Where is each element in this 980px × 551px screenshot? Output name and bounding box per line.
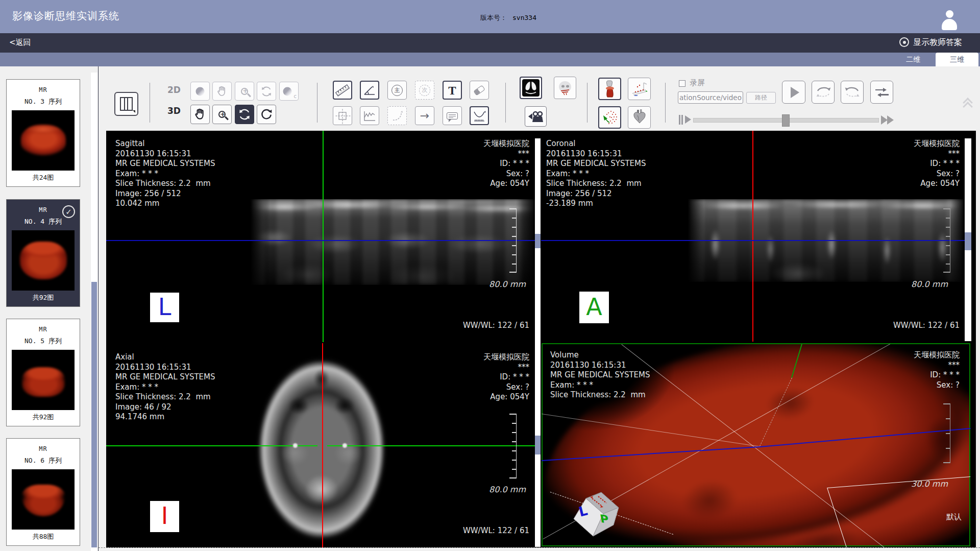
axial-scrollbar-thumb[interactable] xyxy=(535,436,541,454)
study-datetime: 20161130 16:15:31 xyxy=(550,361,650,371)
tool-2d-pan[interactable] xyxy=(212,82,232,101)
axial-wwwl: WW/WL: 122 / 61 xyxy=(463,526,529,535)
slice-thickness: Slice Thickness: 2.2 mm xyxy=(115,392,215,402)
axial-crosshair-vertical[interactable] xyxy=(322,343,323,547)
tool-arrow[interactable]: → xyxy=(415,106,434,125)
left-column-scrollbar-track[interactable] xyxy=(535,138,541,547)
series-card-4-selected[interactable]: ✓ MR NO. 4 序列 共92图 xyxy=(6,199,80,307)
loop-forward-button[interactable] xyxy=(812,81,835,104)
tool-ruler[interactable] xyxy=(333,81,352,100)
card-image-count: 共88图 xyxy=(7,532,80,541)
tool-3d-reset[interactable] xyxy=(257,105,276,124)
sidebar-scrollbar-thumb[interactable] xyxy=(91,282,97,547)
coronal-scrollbar-thumb[interactable] xyxy=(965,232,971,250)
back-link[interactable]: <返回 xyxy=(9,38,31,47)
series-card-6[interactable]: MR NO. 6 序列 共88图 xyxy=(6,438,80,546)
skull-view-button[interactable] xyxy=(554,77,576,99)
tool-histogram[interactable] xyxy=(360,106,379,125)
tool-2d-rotate[interactable] xyxy=(257,82,276,101)
coronal-info-block: Coronal 20161130 16:15:31 MR GE MEDICAL … xyxy=(546,139,646,209)
tab-3d[interactable]: 三维 xyxy=(936,53,978,66)
viewport-title: Axial xyxy=(115,352,215,363)
angle-icon xyxy=(362,84,377,97)
hand-icon xyxy=(216,85,228,98)
tool-3d-pan[interactable] xyxy=(190,105,210,124)
layout-button[interactable] xyxy=(114,92,138,116)
bottom-strip xyxy=(99,547,980,551)
sagittal-scale-ruler xyxy=(509,208,517,273)
rotate-icon xyxy=(260,85,273,98)
show-teacher-answer-button[interactable]: 显示教师答案 xyxy=(899,37,962,48)
axial-crosshair-horizontal[interactable] xyxy=(327,445,535,446)
show-answer-label: 显示教师答案 xyxy=(913,37,962,47)
axial-image[interactable] xyxy=(254,354,389,544)
tool-2d-zoom[interactable] xyxy=(235,82,254,101)
sagittal-crosshair-vertical[interactable] xyxy=(323,131,324,342)
card-modality: MR xyxy=(7,326,80,333)
eye-icon xyxy=(899,37,909,47)
series-card-5[interactable]: MR NO. 5 序列 共92图 xyxy=(6,319,80,426)
swap-direction-button[interactable] xyxy=(870,81,893,104)
tool-secondary-axis[interactable]: 次 xyxy=(415,81,434,100)
card-thumbnail xyxy=(12,110,75,171)
image-index: Image: 256 / 512 xyxy=(546,189,646,199)
series-card-3[interactable]: MR NO. 3 序列 共24图 xyxy=(6,79,80,187)
step-frame-icon[interactable] xyxy=(679,114,692,126)
gait-machine-button[interactable] xyxy=(628,78,651,100)
collapse-toolbar-icon[interactable] xyxy=(963,98,976,110)
version-label: 版本号： xyxy=(480,14,507,21)
play-icon xyxy=(791,87,805,98)
lungs-view-button[interactable] xyxy=(520,77,542,99)
orientation-cube[interactable]: L P xyxy=(572,491,621,537)
skull-icon xyxy=(556,79,574,97)
tool-annotation[interactable] xyxy=(443,106,462,125)
tool-locate[interactable] xyxy=(333,106,352,125)
tool-parabola[interactable] xyxy=(470,106,489,125)
tool-primary-axis[interactable]: 主 xyxy=(387,81,407,100)
frame-slider-thumb[interactable] xyxy=(782,114,790,127)
patient-sex: Sex: ? xyxy=(483,382,529,393)
card-series-label: NO. 5 序列 xyxy=(7,337,80,346)
card-modality: MR xyxy=(7,445,80,452)
tab-2d[interactable]: 二维 xyxy=(891,53,936,66)
knee-view-button[interactable] xyxy=(598,78,621,100)
tool-2d-brightness[interactable] xyxy=(190,82,210,101)
tool-3d-zoom[interactable] xyxy=(212,105,232,124)
sagittal-crosshair-horizontal[interactable] xyxy=(106,240,535,241)
nav-bar: <返回 显示教师答案 xyxy=(0,33,980,53)
version-info: 版本号：svn334 xyxy=(480,13,536,22)
tool-2d-brightness-reset[interactable]: c xyxy=(279,82,299,101)
hand-icon xyxy=(193,108,207,121)
volume-preset-label[interactable]: 默认 xyxy=(946,512,962,522)
record-screen-checkbox[interactable] xyxy=(679,80,685,87)
layout-caret-icon xyxy=(133,110,135,113)
secondary-axis-icon: 次 xyxy=(419,85,430,96)
tool-eraser[interactable] xyxy=(470,81,489,100)
path-button[interactable]: 路径 xyxy=(746,92,776,104)
hospital-name: 天堰模拟医院 xyxy=(483,139,529,149)
tool-curve[interactable] xyxy=(387,106,407,125)
fast-forward-icon[interactable] xyxy=(881,115,896,126)
tool-angle[interactable] xyxy=(360,81,379,100)
loop-backward-button[interactable] xyxy=(841,81,864,104)
play-button[interactable] xyxy=(782,81,805,104)
text-tool-icon: T xyxy=(448,84,456,96)
record-video-button[interactable] xyxy=(525,106,547,127)
sagittal-patient-block: 天堰模拟医院 *** ID: * * * Sex: ? Age: 054Y xyxy=(483,139,529,189)
user-avatar-icon[interactable] xyxy=(942,10,957,31)
curve-icon xyxy=(390,109,404,123)
coronal-orientation-letter: A xyxy=(579,292,609,323)
slice-thickness: Slice Thickness: 2.2 mm xyxy=(546,179,646,189)
coronal-crosshair-horizontal[interactable] xyxy=(541,240,965,241)
tool-text[interactable]: T xyxy=(443,81,462,100)
tool-3d-rotate-selected[interactable] xyxy=(235,105,254,124)
sagittal-orientation-letter: L xyxy=(150,293,179,322)
points-view-button[interactable] xyxy=(598,106,621,129)
axial-crosshair-horizontal[interactable] xyxy=(106,445,317,446)
sagittal-scrollbar-thumb[interactable] xyxy=(535,234,541,248)
heart-view-button[interactable] xyxy=(628,106,651,129)
coronal-crosshair-vertical[interactable] xyxy=(752,131,753,342)
video-path-input[interactable] xyxy=(678,91,743,104)
volume-scale-ruler xyxy=(943,403,950,463)
sagittal-image[interactable] xyxy=(250,199,536,285)
